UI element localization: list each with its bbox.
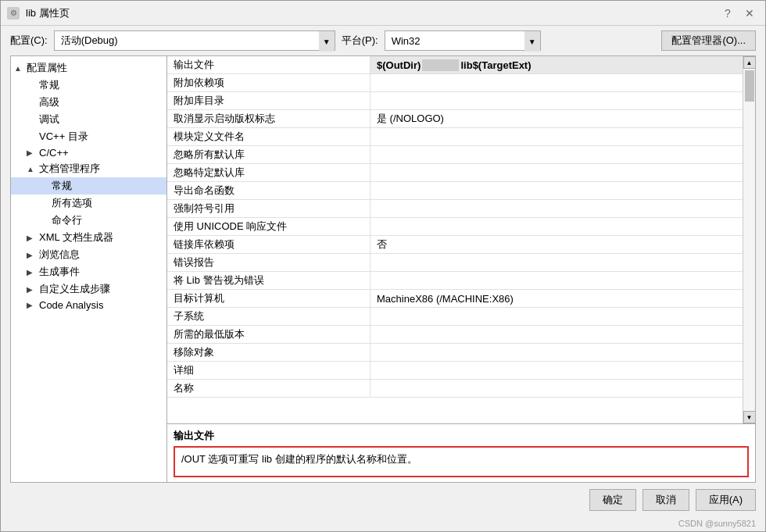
sidebar-item-lib-cmd[interactable]: 命令行 — [11, 212, 166, 229]
prop-value-output: $(OutDir)■■■■■■lib$(TargetExt) — [370, 56, 743, 73]
vertical-scrollbar[interactable]: ▲ ▼ — [743, 56, 755, 423]
prop-value-deps — [370, 74, 743, 91]
help-button[interactable]: ? — [718, 5, 737, 21]
prop-name-subsystem: 子系统 — [167, 308, 370, 325]
prop-value-forcesym — [370, 200, 743, 217]
sidebar-label-vc-dirs: VC++ 目录 — [39, 130, 163, 144]
sidebar: ▲ 配置属性 常规 高级 调试 VC++ 目录 ▶ C/C++ — [11, 56, 167, 482]
prop-name-libdirs: 附加库目录 — [167, 92, 370, 109]
sidebar-item-debug[interactable]: 调试 — [11, 111, 166, 128]
main-content: ▲ 配置属性 常规 高级 调试 VC++ 目录 ▶ C/C++ — [10, 55, 756, 483]
property-table: 输出文件 $(OutDir)■■■■■■lib$(TargetExt) 附加依赖… — [167, 56, 755, 423]
sidebar-item-build-events[interactable]: ▶ 生成事件 — [11, 263, 166, 280]
config-label: 配置(C): — [10, 34, 48, 48]
prop-value-deffile — [370, 128, 743, 145]
table-row: 附加库目录 — [167, 92, 743, 110]
ok-button[interactable]: 确定 — [589, 489, 636, 511]
table-row: 输出文件 $(OutDir)■■■■■■lib$(TargetExt) — [167, 56, 743, 74]
sidebar-label-general: 常规 — [39, 78, 163, 92]
prop-name-output: 输出文件 — [167, 56, 370, 73]
prop-name-forcesym: 强制符号引用 — [167, 200, 370, 217]
sidebar-item-xml-gen[interactable]: ▶ XML 文档生成器 — [11, 229, 166, 246]
platform-dropdown-arrow: ▼ — [524, 31, 540, 52]
prop-name-minver: 所需的最低版本 — [167, 326, 370, 343]
table-row: 详细 — [167, 362, 743, 380]
tree-arrow-custom-build: ▶ — [27, 285, 39, 294]
prop-value-removeobj — [370, 344, 743, 361]
tree-arrow-config-props: ▲ — [14, 64, 27, 73]
prop-value-nologo: 是 (/NOLOGO) — [370, 110, 743, 127]
tree-arrow-xml-gen: ▶ — [27, 234, 39, 242]
prop-value-unicode — [370, 218, 743, 235]
cancel-button[interactable]: 取消 — [643, 489, 689, 511]
prop-value-libdirs — [370, 92, 743, 109]
sidebar-item-custom-build[interactable]: ▶ 自定义生成步骤 — [11, 280, 166, 298]
sidebar-item-general[interactable]: 常规 — [11, 77, 166, 94]
sidebar-label-build-events: 生成事件 — [39, 265, 163, 279]
prop-name-deffile: 模块定义文件名 — [167, 128, 370, 145]
info-title: 输出文件 — [174, 429, 749, 443]
table-row: 附加依赖项 — [167, 74, 743, 92]
sidebar-item-code-analysis[interactable]: ▶ Code Analysis — [11, 298, 166, 312]
sidebar-item-browser[interactable]: ▶ 浏览信息 — [11, 246, 166, 263]
apply-button[interactable]: 应用(A) — [696, 489, 756, 511]
prop-value-verbose — [370, 362, 743, 379]
prop-rows-container: 输出文件 $(OutDir)■■■■■■lib$(TargetExt) 附加依赖… — [167, 56, 743, 423]
sidebar-item-vc-dirs[interactable]: VC++ 目录 — [11, 128, 166, 145]
table-row: 错误报告 — [167, 254, 743, 272]
sidebar-label-config-props: 配置属性 — [27, 61, 163, 75]
scroll-down-button[interactable]: ▼ — [743, 411, 756, 423]
sidebar-label-xml-gen: XML 文档生成器 — [39, 230, 163, 245]
prop-value-name — [370, 380, 743, 397]
info-section: 输出文件 /OUT 选项可重写 lib 创建的程序的默认名称和位置。 — [167, 423, 755, 482]
sidebar-item-lib-general[interactable]: 常规 — [11, 177, 166, 195]
table-row: 忽略特定默认库 — [167, 164, 743, 182]
title-bar-left: ⚙ lib 属性页 — [7, 6, 70, 20]
bottom-bar: 确定 取消 应用(A) — [1, 483, 765, 517]
table-row: 移除对象 — [167, 344, 743, 362]
table-row: 子系统 — [167, 308, 743, 326]
sidebar-label-lib-cmd: 命令行 — [52, 213, 163, 227]
platform-dropdown[interactable]: Win32 ▼ — [385, 30, 541, 51]
config-dropdown-arrow: ▼ — [319, 31, 335, 52]
tree-arrow-build-events: ▶ — [27, 268, 39, 277]
prop-value-exportfunc — [370, 182, 743, 199]
config-dropdown-value: 活动(Debug) — [61, 34, 328, 48]
prop-value-ignoreall — [370, 146, 743, 163]
title-controls: ? ✕ — [718, 5, 759, 21]
prop-name-linkdeps: 链接库依赖项 — [167, 236, 370, 253]
prop-name-machine: 目标计算机 — [167, 290, 370, 307]
sidebar-label-lib-all: 所有选项 — [52, 196, 163, 210]
sidebar-item-advanced[interactable]: 高级 — [11, 94, 166, 111]
close-button[interactable]: ✕ — [740, 5, 759, 21]
config-dropdown[interactable]: 活动(Debug) ▼ — [54, 30, 335, 51]
prop-value-errreport — [370, 254, 743, 271]
table-row: 链接库依赖项 否 — [167, 236, 743, 254]
sidebar-item-cc[interactable]: ▶ C/C++ — [11, 145, 166, 160]
table-row: 名称 — [167, 380, 743, 398]
prop-value-warnerror — [370, 272, 743, 289]
prop-value-ignorespec — [370, 164, 743, 181]
table-row: 目标计算机 MachineX86 (/MACHINE:X86) — [167, 290, 743, 308]
sidebar-label-cc: C/C++ — [39, 147, 163, 159]
prop-name-warnerror: 将 Lib 警告视为错误 — [167, 272, 370, 289]
toolbar: 配置(C): 活动(Debug) ▼ 平台(P): Win32 ▼ 配置管理器(… — [1, 26, 765, 55]
prop-name-removeobj: 移除对象 — [167, 344, 370, 361]
window-title: lib 属性页 — [26, 6, 70, 20]
prop-name-deps: 附加依赖项 — [167, 74, 370, 91]
sidebar-label-debug: 调试 — [39, 112, 163, 127]
table-row: 模块定义文件名 — [167, 128, 743, 146]
prop-name-unicode: 使用 UNICODE 响应文件 — [167, 218, 370, 235]
sidebar-item-libman[interactable]: ▲ 文档管理程序 — [11, 160, 166, 177]
sidebar-item-config-props[interactable]: ▲ 配置属性 — [11, 59, 166, 77]
main-window: ⚙ lib 属性页 ? ✕ 配置(C): 活动(Debug) ▼ 平台(P): … — [0, 0, 766, 532]
scroll-thumb[interactable] — [745, 70, 754, 102]
prop-name-ignorespec: 忽略特定默认库 — [167, 164, 370, 181]
sidebar-label-lib-general: 常规 — [52, 179, 163, 193]
prop-value-machine: MachineX86 (/MACHINE:X86) — [370, 290, 743, 307]
scroll-up-button[interactable]: ▲ — [743, 56, 756, 69]
sidebar-item-lib-all[interactable]: 所有选项 — [11, 195, 166, 212]
config-manager-button[interactable]: 配置管理器(O)... — [661, 30, 756, 51]
platform-dropdown-value: Win32 — [392, 35, 534, 47]
title-bar: ⚙ lib 属性页 ? ✕ — [1, 1, 765, 26]
